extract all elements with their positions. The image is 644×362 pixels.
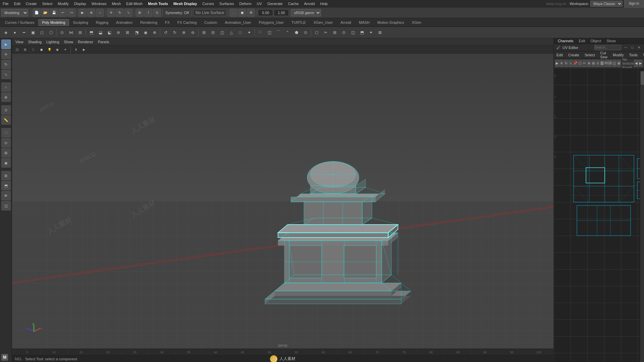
vp2-shade-btn[interactable]: ◼: [38, 46, 45, 53]
icon-edge[interactable]: ━: [19, 28, 28, 37]
menu-generate[interactable]: Generate: [265, 1, 285, 6]
menu-deform[interactable]: Deform: [237, 1, 254, 6]
icon-uv[interactable]: ◻: [38, 28, 46, 37]
uv-icon-scale[interactable]: ⤡: [569, 60, 573, 67]
redo-btn[interactable]: ↪: [67, 9, 75, 17]
vp-menu-shading[interactable]: Shading: [26, 39, 44, 45]
uv-icon-grid[interactable]: ⊞: [591, 60, 595, 67]
settings-btn[interactable]: ⚙: [247, 9, 255, 17]
menu-file[interactable]: File: [0, 1, 11, 6]
icon-extra-2[interactable]: ✦: [367, 28, 375, 37]
icon-split[interactable]: ⊕: [150, 28, 159, 37]
uv-icon-prev[interactable]: ◀: [634, 60, 638, 67]
display-btn[interactable]: 👁: [1, 191, 11, 200]
no-live-surface-label[interactable]: No Live Surface: [193, 9, 226, 16]
icon-loop-sel[interactable]: ↺: [161, 28, 170, 37]
uv-icon-pin[interactable]: 📌: [573, 60, 578, 67]
vp-menu-view[interactable]: View: [13, 39, 25, 45]
vp-menu-show[interactable]: Show: [62, 39, 75, 45]
uv-icon-checker[interactable]: ⊠: [617, 60, 621, 67]
tab-rigging[interactable]: Rigging: [92, 19, 112, 26]
scale-tool-btn[interactable]: ⤡: [1, 70, 11, 79]
soft-sel-btn[interactable]: ⊙: [1, 138, 11, 147]
vp-menu-lighting[interactable]: Lighting: [44, 39, 61, 45]
uv-icon-layout[interactable]: ◫: [612, 60, 616, 67]
icon-quad[interactable]: □: [236, 28, 245, 37]
menu-help[interactable]: Help: [317, 1, 330, 6]
mode-dropdown[interactable]: Modeling: [1, 9, 28, 16]
uv-menu-create[interactable]: Create: [566, 52, 582, 58]
icon-combine[interactable]: ⊞: [200, 28, 208, 37]
icon-crease[interactable]: 〈〉: [256, 28, 265, 37]
icon-triangulate[interactable]: △: [227, 28, 235, 37]
menu-display[interactable]: Display: [71, 1, 89, 6]
uv-icon-snap[interactable]: ⊙: [596, 60, 600, 67]
tab-xgen[interactable]: XGen: [408, 19, 425, 26]
timeline[interactable]: 5 10 15 20 25 30 35 40 45 50 55 60 65 70…: [12, 349, 553, 355]
uv-icon-unfold[interactable]: ⬡: [578, 60, 582, 67]
uv-maximize-btn[interactable]: □: [630, 45, 635, 50]
icon-smooth[interactable]: ◉: [141, 28, 150, 37]
scale-btn[interactable]: ⤡: [124, 9, 132, 17]
sign-in-button[interactable]: Sign In: [624, 0, 644, 8]
icon-sculpt[interactable]: ⊙: [301, 28, 310, 37]
paint-btn[interactable]: ○: [96, 9, 104, 17]
menu-mesh-display[interactable]: Mesh Display: [171, 1, 200, 6]
tab-sculpting[interactable]: Sculpting: [69, 19, 92, 26]
icon-face[interactable]: ▣: [29, 28, 37, 37]
icon-deform-twist[interactable]: ⌃: [283, 28, 292, 37]
icon-connect[interactable]: ⊠: [123, 28, 132, 37]
icon-bevel[interactable]: ⬕: [105, 28, 114, 37]
menu-mesh-tools[interactable]: Mesh Tools: [145, 1, 171, 6]
icon-select[interactable]: ◈: [1, 28, 10, 37]
uv-editor-search[interactable]: [594, 45, 621, 50]
icon-obj[interactable]: ⬡: [47, 28, 55, 37]
tab-fx-caching[interactable]: FX Caching: [174, 19, 200, 26]
move-tool-btn[interactable]: ✛: [1, 50, 11, 59]
menu-modify[interactable]: Modify: [55, 1, 71, 6]
value-input-1[interactable]: [258, 9, 273, 16]
uv-menu-cutsew[interactable]: Cut Sew: [598, 50, 610, 60]
uv-icon-cut[interactable]: ✂: [582, 60, 586, 67]
uv-scrollbar-thumb[interactable]: [641, 71, 644, 85]
tab-object[interactable]: Object: [589, 38, 602, 44]
tab-show[interactable]: Show: [605, 38, 617, 44]
sculpt-btn[interactable]: ◉: [1, 158, 11, 168]
lasso-tool-btn[interactable]: ○: [1, 82, 11, 92]
icon-sym[interactable]: ⋈: [67, 28, 75, 37]
icon-uv-unfold[interactable]: ⬡: [312, 28, 321, 37]
tab-custom[interactable]: Custom: [201, 19, 221, 26]
uv-icon-next[interactable]: ▶: [639, 60, 643, 67]
select-tool-btn[interactable]: ▶: [1, 40, 11, 49]
tab-turtle[interactable]: TURTLE: [288, 19, 310, 26]
menu-select[interactable]: Select: [40, 1, 55, 6]
icon-ring-sel[interactable]: ↻: [170, 28, 179, 37]
icon-texture-proj[interactable]: ◫: [348, 28, 357, 37]
icon-cleanup[interactable]: ✦: [245, 28, 254, 37]
tab-arnold[interactable]: Arnold: [337, 19, 355, 26]
uv-close-btn[interactable]: ✕: [637, 45, 641, 50]
maya-logo[interactable]: M: [1, 354, 8, 361]
uv-icon-move[interactable]: ✛: [559, 60, 564, 67]
paint-sel-btn[interactable]: ⊕: [1, 93, 11, 102]
3d-viewport[interactable]: RRCG RRCG 人人素材 人人素材 人人素材 x z y persp: [12, 54, 553, 349]
rotate-tool-btn[interactable]: ↻: [1, 60, 11, 69]
vp2-cam-btn[interactable]: 🎥: [13, 46, 21, 53]
crease-btn[interactable]: 〈〉: [1, 128, 11, 137]
uv-icon-sew[interactable]: ⊕: [587, 60, 591, 67]
snap-curve-btn[interactable]: ⌇: [144, 9, 152, 17]
tab-animation-user[interactable]: Animation_User: [221, 19, 255, 26]
menu-curves[interactable]: Curves: [200, 1, 217, 6]
uv-icon-select[interactable]: ▶: [555, 60, 559, 67]
vp2-pause-btn[interactable]: ⏸: [72, 46, 79, 53]
undo-btn[interactable]: ↩: [59, 9, 67, 17]
icon-fill[interactable]: ⬔: [132, 28, 141, 37]
uv-minimize-btn[interactable]: ─: [623, 45, 628, 50]
icon-subdiv[interactable]: ◫: [265, 28, 274, 37]
vp2-aa-btn[interactable]: ✦: [62, 46, 69, 53]
lattice-btn[interactable]: ⊞: [1, 148, 11, 158]
tab-channels[interactable]: Channels: [556, 38, 575, 44]
render-btn[interactable]: ◼: [238, 9, 246, 17]
icon-vertex[interactable]: ●: [10, 28, 19, 37]
menu-create[interactable]: Create: [23, 1, 40, 6]
